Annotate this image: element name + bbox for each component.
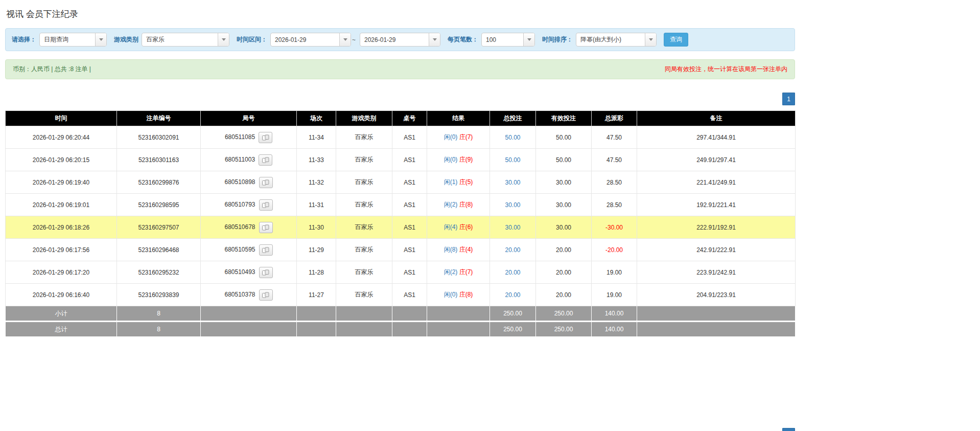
chevron-down-icon: [523, 33, 534, 46]
view-cards-icon[interactable]: [259, 199, 273, 211]
total-bet-link[interactable]: 20.00: [505, 291, 520, 299]
col-header-note: 备注: [637, 111, 796, 126]
view-cards-icon[interactable]: [259, 289, 273, 301]
payout-value: -30.00: [605, 224, 623, 231]
filter-bar: 请选择： 日期查询 游戏类别 百家乐 时间区间： 2026-01-29 ~ 20…: [5, 28, 795, 51]
cell-session: 11-32: [297, 171, 336, 194]
total-bet-link[interactable]: 50.00: [505, 156, 520, 164]
view-cards-icon[interactable]: [259, 177, 273, 188]
round-id-text: 680510678: [224, 223, 255, 231]
cell-game-type: 百家乐: [336, 171, 392, 194]
summary-label: 总计: [6, 322, 117, 337]
cell-table-no: AS1: [392, 149, 427, 171]
table-row: 2026-01-29 06:16:40523160293839680510378…: [6, 284, 796, 306]
summary-round: [201, 306, 297, 322]
cell-time: 2026-01-29 06:16:40: [6, 284, 117, 306]
cell-round-id: 680511085: [201, 126, 297, 149]
page-button-1[interactable]: 1: [782, 428, 795, 431]
view-cards-icon[interactable]: [259, 222, 273, 233]
summary-game: [336, 322, 392, 337]
view-cards-icon[interactable]: [259, 154, 272, 166]
result-banker: 庄(7): [459, 268, 473, 276]
cell-total-bet: 30.00: [490, 216, 536, 239]
result-player: 闲(0): [444, 156, 458, 163]
col-header-session: 场次: [297, 111, 336, 126]
chevron-down-icon: [339, 33, 351, 46]
summary-note: [637, 322, 796, 337]
summary-total-bet: 250.00: [490, 322, 536, 337]
date-to-select[interactable]: 2026-01-29: [360, 33, 440, 47]
table-row: 2026-01-29 06:19:40523160299876680510898…: [6, 171, 796, 194]
result-banker: 庄(5): [459, 178, 473, 186]
page-size-select[interactable]: 100: [481, 33, 535, 47]
cell-game-type: 百家乐: [336, 149, 392, 171]
cell-bet-id: 523160296468: [117, 239, 201, 261]
sort-select[interactable]: 降幂(由大到小): [576, 33, 657, 47]
cell-valid-bet: 50.00: [536, 126, 592, 149]
cell-round-id: 680510793: [201, 194, 297, 216]
col-header-game-type: 游戏类别: [336, 111, 392, 126]
round-id-text: 680510898: [224, 178, 255, 186]
total-bet-link[interactable]: 20.00: [505, 269, 520, 276]
total-bet-link[interactable]: 30.00: [505, 201, 520, 209]
cell-valid-bet: 50.00: [536, 149, 592, 171]
page-content: 视讯 会员下注纪录 请选择： 日期查询 游戏类别 百家乐 时间区间： 2026-…: [0, 0, 800, 431]
date-from-select[interactable]: 2026-01-29: [270, 33, 351, 47]
cell-session: 11-30: [297, 216, 336, 239]
currency-summary: 币别：人民币 | 总共 :8 注单 |: [13, 65, 91, 74]
total-bet-link[interactable]: 30.00: [505, 179, 520, 186]
cell-total-bet: 20.00: [490, 239, 536, 261]
cell-valid-bet: 20.00: [536, 284, 592, 306]
query-type-group: 请选择： 日期查询: [12, 33, 107, 47]
page-button-1[interactable]: 1: [782, 93, 795, 105]
summary-payout: 140.00: [592, 322, 637, 337]
cell-session: 11-31: [297, 194, 336, 216]
date-to-value: 2026-01-29: [360, 36, 429, 43]
cell-game-type: 百家乐: [336, 194, 392, 216]
cell-time: 2026-01-29 06:20:15: [6, 149, 117, 171]
cell-note: 223.91/242.91: [637, 261, 796, 284]
payout-value: 47.50: [606, 134, 622, 141]
result-player: 闲(4): [444, 223, 458, 231]
round-id-text: 680510793: [224, 201, 255, 208]
cell-bet-id: 523160295232: [117, 261, 201, 284]
cell-total-bet: 20.00: [490, 261, 536, 284]
summary-round: [201, 322, 297, 337]
result-banker: 庄(6): [459, 223, 473, 231]
cell-round-id: 680511003: [201, 149, 297, 171]
query-type-select[interactable]: 日期查询: [39, 33, 107, 47]
bet-records-table: 时间 注单编号 局号 场次 游戏类别 桌号 结果 总投注 有效投注 总派彩 备注…: [5, 110, 796, 337]
cell-time: 2026-01-29 06:19:40: [6, 171, 117, 194]
total-bet-link[interactable]: 50.00: [505, 134, 520, 141]
cell-session: 11-34: [297, 126, 336, 149]
cell-session: 11-29: [297, 239, 336, 261]
summary-game: [336, 306, 392, 322]
cell-time: 2026-01-29 06:20:44: [6, 126, 117, 149]
game-type-select[interactable]: 百家乐: [142, 33, 229, 47]
cell-valid-bet: 20.00: [536, 261, 592, 284]
result-banker: 庄(4): [459, 246, 473, 253]
table-row: 2026-01-29 06:19:01523160298595680510793…: [6, 194, 796, 216]
total-bet-link[interactable]: 30.00: [505, 224, 520, 231]
cell-result: 闲(4) 庄(6): [427, 216, 490, 239]
cell-valid-bet: 30.00: [536, 216, 592, 239]
summary-session: [297, 306, 336, 322]
cell-note: 242.91/222.91: [637, 239, 796, 261]
total-bet-link[interactable]: 20.00: [505, 246, 520, 254]
payout-value: 47.50: [606, 156, 622, 164]
search-button[interactable]: 查询: [664, 33, 688, 47]
col-header-table-no: 桌号: [392, 111, 427, 126]
table-header-row: 时间 注单编号 局号 场次 游戏类别 桌号 结果 总投注 有效投注 总派彩 备注: [6, 111, 796, 126]
col-header-round-id: 局号: [201, 111, 297, 126]
game-type-value: 百家乐: [142, 35, 218, 44]
cell-valid-bet: 30.00: [536, 194, 592, 216]
cell-result: 闲(0) 庄(9): [427, 149, 490, 171]
cell-session: 11-27: [297, 284, 336, 306]
total-row: 总计8250.00250.00140.00: [6, 322, 796, 337]
view-cards-icon[interactable]: [259, 132, 272, 143]
summary-label: 小计: [6, 306, 117, 322]
cell-time: 2026-01-29 06:17:20: [6, 261, 117, 284]
chevron-down-icon: [645, 33, 656, 46]
view-cards-icon[interactable]: [259, 267, 273, 278]
view-cards-icon[interactable]: [259, 244, 273, 256]
